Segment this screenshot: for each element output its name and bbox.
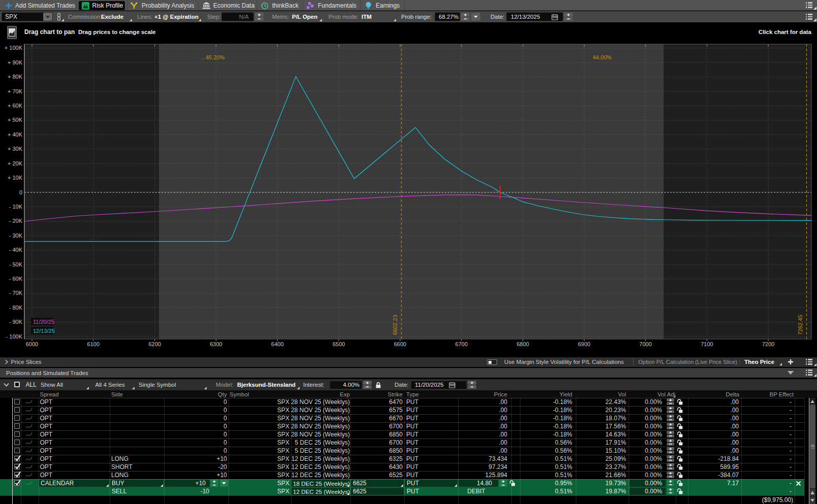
- svg-text:+ 10K: + 10K: [8, 175, 23, 181]
- svg-text:- 60K: - 60K: [9, 276, 23, 282]
- svg-text:...45.20%: ...45.20%: [201, 54, 225, 60]
- svg-text:6700: 6700: [455, 341, 468, 347]
- svg-text:- 30K: - 30K: [9, 232, 23, 239]
- svg-text:+ 40K: + 40K: [8, 131, 23, 138]
- svg-text:6900: 6900: [578, 341, 590, 347]
- svg-text:6100: 6100: [87, 341, 100, 347]
- svg-text:+ 70K: + 70K: [8, 88, 23, 94]
- svg-text:+ 90K: + 90K: [8, 59, 23, 65]
- svg-text:- 40K: - 40K: [9, 247, 23, 253]
- svg-text:- 50K: - 50K: [9, 261, 23, 267]
- svg-text:6500: 6500: [333, 341, 345, 347]
- svg-text:- 90K: - 90K: [9, 319, 23, 325]
- svg-text:- 80K: - 80K: [9, 305, 23, 311]
- svg-text:- 20K: - 20K: [9, 218, 23, 224]
- svg-text:6800: 6800: [516, 341, 529, 347]
- svg-text:6600: 6600: [394, 341, 406, 347]
- svg-text:12/13/25: 12/13/25: [33, 328, 55, 334]
- svg-text:11/20/25: 11/20/25: [33, 319, 54, 325]
- svg-text:6200: 6200: [148, 341, 160, 347]
- svg-text:+ 30K: + 30K: [8, 146, 23, 152]
- svg-text:6400: 6400: [271, 341, 283, 347]
- svg-text:- 10K: - 10K: [9, 204, 23, 210]
- svg-text:- 70K: - 70K: [9, 290, 23, 296]
- svg-text:7200: 7200: [762, 341, 774, 347]
- svg-text:+ 100K: + 100K: [5, 45, 23, 51]
- svg-text:7000: 7000: [639, 341, 651, 347]
- svg-text:0: 0: [19, 189, 22, 195]
- svg-text:+ 20K: + 20K: [8, 160, 23, 166]
- svg-text:6300: 6300: [210, 341, 222, 347]
- svg-text:+ 80K: + 80K: [8, 74, 23, 80]
- svg-text:- 100K: - 100K: [6, 333, 23, 340]
- svg-text:6000: 6000: [26, 341, 38, 347]
- svg-text:7262.45: 7262.45: [797, 315, 803, 335]
- svg-text:7100: 7100: [701, 341, 713, 347]
- svg-text:+ 60K: + 60K: [8, 103, 23, 109]
- svg-text:+ 50K: + 50K: [8, 117, 23, 123]
- svg-text:44.00%: 44.00%: [593, 54, 612, 60]
- svg-text:6602.23: 6602.23: [392, 315, 398, 335]
